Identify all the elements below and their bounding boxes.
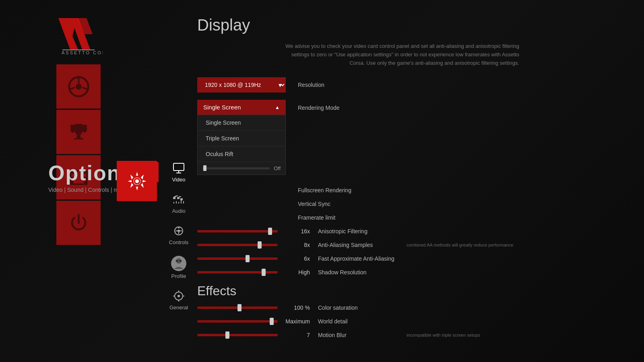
shadow-slider-track[interactable] <box>197 271 278 274</box>
svg-rect-42 <box>175 260 178 261</box>
motion-blur-row: 7 Motion Blur incompatible with triple s… <box>197 332 628 338</box>
tab-controls[interactable]: Controls <box>157 220 199 250</box>
color-sat-value: 100 % <box>282 304 310 311</box>
chevron-up-icon: ▲ <box>275 105 280 110</box>
dropdown-item-oculus[interactable]: Oculus Rift <box>198 146 285 162</box>
world-detail-row: Maximum World detail <box>197 318 628 325</box>
general-tab[interactable]: General <box>159 285 199 315</box>
dropdown-slider-thumb <box>203 165 206 171</box>
anisotropic-row: 16x Anisotropic Filtering <box>197 228 628 234</box>
anisotropic-label: Anisotropic Filtering <box>318 228 398 234</box>
shadow-value: High <box>282 269 310 276</box>
steering-wheel-button[interactable] <box>56 64 101 109</box>
svg-point-36 <box>178 227 180 228</box>
rendering-mode-header[interactable]: Single Screen ▲ <box>197 100 286 115</box>
svg-rect-10 <box>74 138 83 140</box>
aa-samples-value: 8x <box>282 242 310 248</box>
aa-samples-row: 8x Anti-Aliasing Samples combined AA met… <box>197 242 628 248</box>
svg-rect-26 <box>175 195 178 196</box>
svg-point-5 <box>76 84 82 90</box>
resolution-row: 1920 x 1080 @ 119Hz ▾ Resolution <box>197 77 628 93</box>
svg-rect-25 <box>174 196 176 197</box>
framerate-label: Framerate limit <box>298 214 335 221</box>
profile-tab[interactable]: Profile <box>159 251 199 284</box>
audio-tab-label: Audio <box>172 208 185 214</box>
svg-rect-28 <box>179 196 181 197</box>
fxaa-slider-track[interactable] <box>197 257 278 260</box>
audio-tab[interactable]: Audio <box>159 188 199 219</box>
profile-avatar <box>171 256 186 271</box>
shadow-row: High Shadow Resolution <box>197 269 628 276</box>
color-sat-label: Color saturation <box>318 304 398 311</box>
effects-title: Effects <box>197 284 628 298</box>
dropdown-slider-track[interactable] <box>202 167 270 169</box>
rendering-mode-row: Single Screen ▲ Single Screen Triple Scr… <box>197 100 628 115</box>
motion-blur-label: Motion Blur <box>318 332 398 338</box>
anisotropic-slider-thumb <box>268 228 272 235</box>
shadow-slider-thumb <box>262 269 266 276</box>
world-detail-slider-container <box>197 320 278 323</box>
tab-general[interactable]: General <box>157 285 199 315</box>
svg-rect-21 <box>173 163 184 171</box>
world-detail-slider-track[interactable] <box>197 320 278 323</box>
color-sat-slider-track[interactable] <box>197 306 278 309</box>
resolution-label: Resolution <box>298 82 324 88</box>
fxaa-row: 6x Fast Approximate Anti-Aliasing <box>197 255 628 262</box>
tab-video[interactable]: Video <box>157 157 199 187</box>
dropdown-slider-row: Off <box>198 162 285 175</box>
fullscreen-label: Fullscreen Rendering <box>298 187 351 193</box>
profile-tab-label: Profile <box>171 273 186 279</box>
svg-rect-43 <box>180 260 182 261</box>
settings-gear-button[interactable] <box>117 161 157 201</box>
controls-tab[interactable]: Controls <box>159 220 199 250</box>
fxaa-slider-container <box>197 257 278 260</box>
framerate-row: Framerate limit <box>197 214 628 221</box>
world-detail-value: Maximum <box>282 318 310 325</box>
anisotropic-slider-container <box>197 230 278 232</box>
controls-tab-label: Controls <box>169 239 188 245</box>
shadow-slider-container <box>197 271 278 274</box>
motion-blur-note: incompatible with triple screen setups <box>407 333 480 337</box>
rendering-mode-dropdown-list: Single Screen Triple Screen Oculus Rift … <box>197 115 286 175</box>
general-icon <box>172 290 185 302</box>
steering-wheel-icon <box>68 76 90 98</box>
aa-samples-slider-track[interactable] <box>197 244 278 246</box>
color-sat-slider-container <box>197 306 278 309</box>
tab-profile[interactable]: Profile <box>157 251 199 284</box>
motion-blur-slider-track[interactable] <box>197 334 278 336</box>
tab-audio[interactable]: Audio <box>157 188 199 219</box>
aa-samples-slider-thumb <box>258 241 262 249</box>
power-icon <box>68 212 90 234</box>
world-detail-label: World detail <box>318 318 398 325</box>
sidebar-icon-group <box>56 64 101 246</box>
rendering-mode-value: Single Screen <box>203 104 241 111</box>
aa-samples-label: Anti-Aliasing Samples <box>318 242 398 248</box>
aa-note: combined AA methods will greatly reduce … <box>407 243 513 247</box>
aa-samples-slider-container <box>197 244 278 246</box>
trophy-icon <box>68 121 90 143</box>
anisotropic-slider-track[interactable] <box>197 230 278 232</box>
dropdown-off-label: Off <box>274 165 281 171</box>
video-tab[interactable]: Video <box>159 157 199 187</box>
rendering-mode-label: Rendering Mode <box>298 100 340 111</box>
vsync-label: Vertical Sync <box>298 201 330 207</box>
gear-icon <box>126 170 148 192</box>
svg-point-46 <box>178 295 180 297</box>
dropdown-item-single-screen[interactable]: Single Screen <box>198 115 285 131</box>
motion-blur-value: 7 <box>282 332 310 338</box>
nav-tabs: Video Audio <box>157 157 199 316</box>
anisotropic-value: 16x <box>282 228 310 234</box>
fxaa-value: 6x <box>282 255 310 262</box>
resolution-dropdown-wrapper[interactable]: 1920 x 1080 @ 119Hz ▾ <box>197 77 286 93</box>
world-detail-slider-thumb <box>270 318 274 325</box>
resolution-select[interactable]: 1920 x 1080 @ 119Hz <box>197 77 286 93</box>
svg-point-20 <box>135 179 138 183</box>
power-button[interactable] <box>56 201 101 245</box>
shadow-label: Shadow Resolution <box>318 269 398 276</box>
dropdown-item-triple-screen[interactable]: Triple Screen <box>198 131 285 146</box>
assetto-corsa-logo: ASSETTO CORSA <box>54 14 103 54</box>
fxaa-label: Fast Approximate Anti-Aliasing <box>318 255 398 262</box>
svg-rect-27 <box>177 197 180 199</box>
trophy-button[interactable] <box>56 110 101 154</box>
rendering-mode-dropdown-container: Single Screen ▲ Single Screen Triple Scr… <box>197 100 286 115</box>
